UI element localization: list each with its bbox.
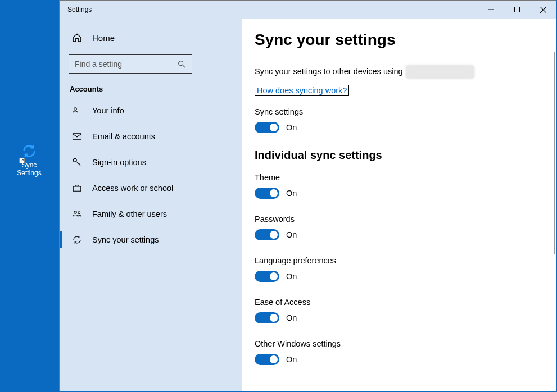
svg-rect-1 xyxy=(515,7,520,12)
how-syncing-works-link[interactable]: How does syncing work? xyxy=(255,85,349,96)
home-nav[interactable]: Home xyxy=(60,26,242,49)
desktop-background: ↗ Sync Settings xyxy=(0,0,59,392)
svg-line-12 xyxy=(79,163,80,165)
ease-access-label: Ease of Access xyxy=(255,298,551,307)
search-placeholder: Find a setting xyxy=(75,60,122,69)
other-windows-label: Other Windows settings xyxy=(255,339,551,348)
toggle-state: On xyxy=(286,230,297,239)
theme-toggle[interactable] xyxy=(255,188,279,199)
sync-icon xyxy=(10,143,48,159)
content-pane: Sync your settings Sync your settings to… xyxy=(242,19,556,391)
language-toggle[interactable] xyxy=(255,271,279,282)
search-icon xyxy=(177,60,186,69)
svg-point-6 xyxy=(74,108,77,111)
people-icon xyxy=(72,209,82,219)
sidebar-item-your-info[interactable]: Your info xyxy=(60,98,242,124)
svg-line-5 xyxy=(183,65,185,67)
shortcut-arrow-icon: ↗ xyxy=(19,158,25,163)
ease-access-toggle[interactable] xyxy=(255,312,279,323)
toggle-state: On xyxy=(286,272,297,281)
home-label: Home xyxy=(92,33,115,43)
scrollbar[interactable] xyxy=(554,52,555,254)
toggle-state: On xyxy=(286,189,297,198)
individual-heading: Individual sync settings xyxy=(255,149,551,162)
sidebar-item-family-users[interactable]: Family & other users xyxy=(60,201,242,227)
svg-point-15 xyxy=(78,212,80,214)
category-heading: Accounts xyxy=(60,83,242,98)
key-icon xyxy=(72,157,82,167)
svg-rect-13 xyxy=(73,186,81,191)
home-icon xyxy=(72,33,82,43)
window-title: Settings xyxy=(60,6,478,13)
sidebar-item-label: Family & other users xyxy=(92,209,167,218)
sync-icon xyxy=(72,235,82,245)
svg-point-14 xyxy=(74,211,77,214)
toggle-state: On xyxy=(286,355,297,364)
toggle-state: On xyxy=(286,123,297,132)
other-windows-toggle[interactable] xyxy=(255,354,279,365)
sidebar-item-signin-options[interactable]: Sign-in options xyxy=(60,149,242,175)
mail-icon xyxy=(72,131,82,142)
desktop-shortcut-sync-settings[interactable]: ↗ Sync Settings xyxy=(10,143,48,177)
settings-window: Settings Home Find a setting Accounts Yo… xyxy=(59,0,556,391)
maximize-button[interactable] xyxy=(504,1,530,19)
toggle-state: On xyxy=(286,313,297,322)
desktop-shortcut-label: Sync Settings xyxy=(17,161,41,177)
passwords-toggle[interactable] xyxy=(255,229,279,240)
passwords-label: Passwords xyxy=(255,215,551,224)
search-input[interactable]: Find a setting xyxy=(69,54,192,74)
sync-description: Sync your settings to other devices usin… xyxy=(255,66,551,78)
sidebar-item-email-accounts[interactable]: Email & accounts xyxy=(60,124,242,149)
svg-point-4 xyxy=(179,61,183,66)
svg-rect-9 xyxy=(73,134,81,140)
page-title: Sync your settings xyxy=(255,31,551,49)
sidebar-item-label: Your info xyxy=(92,106,124,115)
sidebar-item-label: Sync your settings xyxy=(92,235,159,244)
sidebar-item-label: Email & accounts xyxy=(92,132,155,141)
briefcase-icon xyxy=(72,183,82,193)
sync-settings-toggle[interactable] xyxy=(255,122,279,133)
language-label: Language preferences xyxy=(255,256,551,265)
window-controls xyxy=(478,1,556,19)
theme-label: Theme xyxy=(255,173,551,182)
sidebar: Home Find a setting Accounts Your info E… xyxy=(60,19,242,391)
svg-point-10 xyxy=(73,158,76,162)
sidebar-item-work-school[interactable]: Access work or school xyxy=(60,175,242,201)
minimize-button[interactable] xyxy=(478,1,504,19)
close-button[interactable] xyxy=(530,1,556,19)
sync-settings-label: Sync settings xyxy=(255,107,551,116)
person-card-icon xyxy=(72,106,82,116)
sidebar-item-sync-settings[interactable]: Sync your settings xyxy=(60,227,242,253)
account-name-redacted xyxy=(406,66,474,78)
sidebar-item-label: Access work or school xyxy=(92,184,173,193)
sidebar-item-label: Sign-in options xyxy=(92,158,146,167)
titlebar[interactable]: Settings xyxy=(60,1,556,19)
